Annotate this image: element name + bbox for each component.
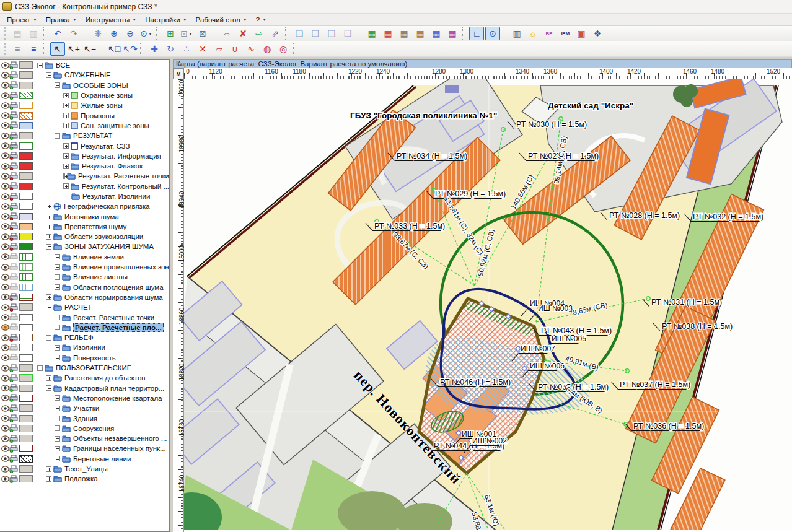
eye-visibility-icon[interactable] xyxy=(1,233,9,241)
layer-style-swatch[interactable] xyxy=(19,122,33,129)
printer-icon[interactable] xyxy=(9,445,18,453)
menu-item-3[interactable]: Инструменты▼ xyxy=(81,15,141,25)
collapse-minus-icon[interactable] xyxy=(46,72,51,78)
layer-style-swatch[interactable] xyxy=(19,465,33,473)
layer-label[interactable]: Изолинии xyxy=(73,344,105,351)
layer-label[interactable]: Сан. защитные зоны xyxy=(81,122,149,129)
transform-axes-icon[interactable]: ⇗ xyxy=(268,27,283,40)
zoom-out-icon[interactable]: ⊖ xyxy=(123,27,138,40)
layer-label[interactable]: Границы населенных пунк... xyxy=(73,445,166,452)
eye-visibility-icon[interactable] xyxy=(1,142,9,150)
layer-style-swatch[interactable] xyxy=(19,425,33,432)
expand-plus-icon[interactable] xyxy=(63,143,69,149)
printer-icon[interactable] xyxy=(9,364,18,372)
layer-style-swatch[interactable] xyxy=(19,102,33,109)
eye-visibility-icon[interactable] xyxy=(1,243,9,251)
printer-icon[interactable] xyxy=(9,455,18,463)
printer-icon[interactable] xyxy=(9,71,18,79)
layer-style-swatch[interactable] xyxy=(19,364,33,372)
eye-visibility-icon[interactable] xyxy=(1,222,9,230)
layer-style-swatch[interactable] xyxy=(19,263,33,271)
layer-style-swatch[interactable] xyxy=(19,385,33,392)
layer-label[interactable]: Результат. Контрольный ... xyxy=(82,183,169,190)
eye-visibility-icon[interactable] xyxy=(1,263,9,271)
printer-icon[interactable] xyxy=(9,465,18,473)
eye-visibility-icon[interactable] xyxy=(1,71,9,79)
contour-dashed-icon[interactable]: ❐ xyxy=(308,27,323,40)
layer-style-swatch[interactable] xyxy=(19,162,33,170)
eye-visibility-icon[interactable] xyxy=(1,364,9,372)
menu-item-1[interactable]: Проект▼ xyxy=(2,15,42,25)
menu-item-6[interactable]: ?▼ xyxy=(252,15,271,25)
layer-style-swatch[interactable] xyxy=(19,172,33,180)
layer-label[interactable]: Области звукоизоляции xyxy=(64,233,143,240)
printer-icon[interactable] xyxy=(9,414,18,422)
layer-label[interactable]: Промзоны xyxy=(81,112,115,120)
contour-back-icon[interactable]: ❒ xyxy=(340,27,355,40)
layer-label[interactable]: Кадастровый план территор... xyxy=(64,385,164,392)
eye-visibility-icon[interactable] xyxy=(1,344,9,352)
expand-plus-icon[interactable] xyxy=(55,315,60,320)
printer-icon[interactable] xyxy=(9,374,18,382)
map-frame-icon[interactable]: ▣ xyxy=(574,27,589,40)
printer-icon[interactable] xyxy=(9,394,18,402)
layer-label[interactable]: Жилые зоны xyxy=(81,102,123,109)
rotate-icon[interactable]: ↻ xyxy=(163,42,178,56)
layer-style-swatch[interactable] xyxy=(19,334,33,341)
expand-plus-icon[interactable] xyxy=(46,466,51,472)
rt-disc-icon[interactable]: ▦ xyxy=(397,27,411,40)
layer-label[interactable]: Поверхность xyxy=(73,354,116,362)
eye-visibility-icon[interactable] xyxy=(1,303,9,312)
printer-icon[interactable] xyxy=(9,142,18,150)
expand-plus-icon[interactable] xyxy=(55,345,60,351)
expand-plus-icon[interactable] xyxy=(55,425,60,431)
layer-label[interactable]: Подложка xyxy=(64,475,98,482)
collapse-minus-icon[interactable] xyxy=(46,244,51,250)
layer-style-swatch[interactable] xyxy=(19,233,33,240)
layer-label[interactable]: Географическая привязка xyxy=(64,203,150,210)
eye-visibility-icon[interactable] xyxy=(1,354,9,362)
printer-icon[interactable] xyxy=(9,81,18,89)
nodes-scatter-icon[interactable]: ∴ xyxy=(179,42,194,56)
zoom-in-icon[interactable]: ⊕ xyxy=(107,27,121,40)
printer-icon[interactable] xyxy=(9,354,18,362)
expand-plus-icon[interactable] xyxy=(55,395,60,401)
toolbar-grip[interactable] xyxy=(4,43,7,55)
select-cursor-icon[interactable]: ↖ xyxy=(50,42,65,56)
undo-icon[interactable]: ↶ xyxy=(50,27,65,40)
expand-plus-icon[interactable] xyxy=(55,416,60,421)
eye-visibility-icon[interactable] xyxy=(1,283,9,291)
layer-style-swatch[interactable] xyxy=(19,284,33,291)
eye-visibility-icon[interactable] xyxy=(1,313,9,321)
layer-style-swatch[interactable] xyxy=(19,243,33,250)
layer-style-swatch[interactable] xyxy=(19,112,33,120)
group-pick-icon[interactable]: ⊠ xyxy=(195,27,210,40)
layer-style-swatch[interactable] xyxy=(19,395,33,402)
printer-icon[interactable] xyxy=(9,92,18,100)
select-copy-icon[interactable]: ↖□ xyxy=(107,42,121,56)
printer-icon[interactable] xyxy=(9,212,18,220)
expand-plus-icon[interactable] xyxy=(55,436,60,442)
layer-label[interactable]: Береговые линии xyxy=(73,455,131,463)
edit-polygon-icon[interactable]: ▱ xyxy=(211,42,226,56)
printer-icon[interactable] xyxy=(9,435,18,443)
layer-style-swatch[interactable] xyxy=(19,213,33,220)
layer-style-swatch[interactable] xyxy=(19,253,33,261)
rt-font-icon[interactable]: ▦ xyxy=(445,27,460,40)
expand-plus-icon[interactable] xyxy=(46,224,51,229)
select-minus-icon[interactable]: ↖− xyxy=(82,42,97,56)
eye-visibility-icon[interactable] xyxy=(1,334,9,342)
eye-visibility-icon[interactable] xyxy=(1,414,9,422)
printer-icon[interactable] xyxy=(9,233,18,241)
printer-icon[interactable] xyxy=(9,102,18,110)
expand-plus-icon[interactable] xyxy=(46,476,51,482)
bp-module-icon[interactable]: BP xyxy=(542,27,557,40)
layer-style-swatch[interactable] xyxy=(19,193,33,200)
printer-icon[interactable] xyxy=(9,323,18,331)
printer-icon[interactable] xyxy=(9,475,18,483)
layer-label[interactable]: Результат. Информация xyxy=(82,152,161,160)
expand-plus-icon[interactable] xyxy=(63,164,69,169)
menu-item-4[interactable]: Настройки▼ xyxy=(141,15,191,25)
layer-style-swatch[interactable] xyxy=(19,183,33,190)
layer-style-swatch[interactable] xyxy=(19,223,33,230)
